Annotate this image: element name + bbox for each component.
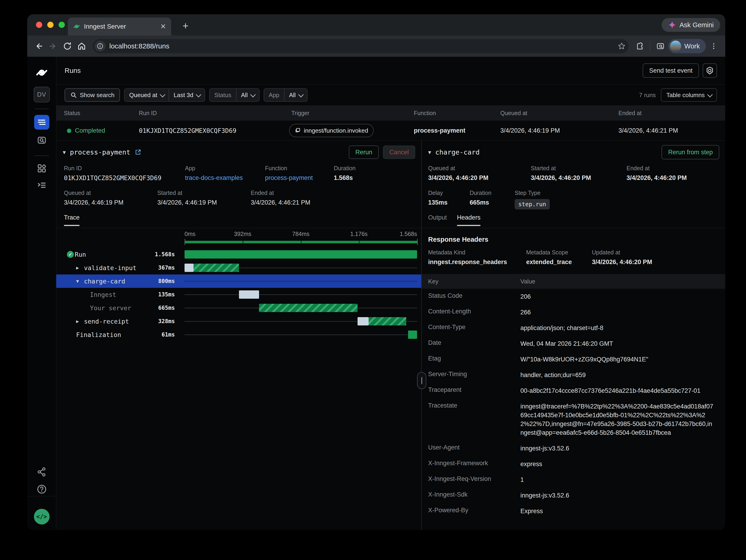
runs-trace-icon <box>37 117 47 127</box>
axis-tick: 1.176s <box>350 231 368 237</box>
extensions-icon[interactable] <box>633 40 646 53</box>
waterfall-segment-solid <box>184 250 417 259</box>
header-key: Content-Length <box>428 308 520 317</box>
col-status: Status <box>64 110 80 116</box>
cancel-button[interactable]: Cancel <box>383 146 415 159</box>
trace-row-label: Your server665ms <box>56 304 184 312</box>
time-filter[interactable]: Queued at Last 3d <box>124 88 205 102</box>
tab-output[interactable]: Output <box>428 214 447 226</box>
dev-mode-button[interactable]: </> <box>34 509 50 525</box>
forward-button[interactable] <box>47 40 59 53</box>
header-row: DateWed, 04 Mar 2026 21:46:20 GMT <box>422 336 725 352</box>
step-type-badge: step.run <box>515 199 550 209</box>
minimize-window-button[interactable] <box>47 22 54 28</box>
response-headers-title: Response Headers <box>428 236 488 243</box>
headers-table-header: Key Value <box>422 274 725 289</box>
external-link-icon[interactable] <box>135 149 141 156</box>
collapse-run-chevron[interactable]: ▾ <box>63 149 66 156</box>
sidebar-item-apps[interactable] <box>34 161 49 176</box>
success-check-icon: ✓ <box>67 251 75 258</box>
run-table-row[interactable]: Completed 01KJXD1TQCZ852GMEX0CQF3D69 inn… <box>56 121 725 141</box>
function-link[interactable]: process-payment <box>265 174 313 181</box>
send-test-event-button[interactable]: Send test event <box>643 63 699 78</box>
waterfall-segment-hatch <box>369 317 406 325</box>
app-filter[interactable]: App All <box>264 88 308 102</box>
sidebar-divider <box>35 155 49 156</box>
header-row: Traceparent00-a8bc2f17c4ccce87cc7376e524… <box>422 383 725 399</box>
rerun-from-step-button[interactable]: Rerun from step <box>662 145 719 159</box>
queued-at-field: Queued at3/4/2026, 4:46:19 PM <box>64 189 123 206</box>
trace-row-label: ▸send-receipt328ms <box>56 318 184 325</box>
trace-row-finalization[interactable]: Finalization61ms <box>56 328 421 341</box>
address-bar[interactable]: localhost:8288/runs <box>93 39 629 53</box>
table-columns-button[interactable]: Table columns <box>661 88 717 102</box>
sidebar-item-runs[interactable] <box>34 115 49 129</box>
site-info-icon[interactable] <box>94 40 106 52</box>
rerun-button[interactable]: Rerun <box>349 146 379 159</box>
chevron-right-icon[interactable]: ▸ <box>76 265 84 271</box>
browser-tab[interactable]: Inngest Server ✕ <box>68 18 171 35</box>
trigger-cell[interactable]: inngest/function.invoked <box>289 124 374 137</box>
step-name-label: Run <box>75 251 86 258</box>
header-key: Server-Timing <box>428 371 520 379</box>
bookmark-star-icon[interactable] <box>618 42 626 50</box>
trace-row-charge-card[interactable]: ▾charge-card800ms <box>56 274 421 288</box>
chevron-down-icon[interactable]: ▾ <box>76 278 84 284</box>
trace-row-send-receipt[interactable]: ▸send-receipt328ms <box>56 315 421 328</box>
show-search-button[interactable]: Show search <box>65 88 120 102</box>
home-button[interactable] <box>75 40 88 53</box>
header-value: handler, action;dur=659 <box>520 371 714 379</box>
back-button[interactable] <box>32 40 45 53</box>
timeline-axis: 0ms392ms784ms1.176s1.568s <box>184 231 417 238</box>
trace-row-validate-input[interactable]: ▸validate-input367ms <box>56 261 421 274</box>
function-cell: process-payment <box>414 127 465 134</box>
header-key: X-Inngest-Framework <box>428 460 520 468</box>
header-row: User-Agentinngest-js:v3.52.6 <box>422 441 725 456</box>
status-filter[interactable]: Status All <box>209 88 259 102</box>
timeline-minimap[interactable] <box>184 239 417 245</box>
panel-resize-handle[interactable] <box>417 372 426 389</box>
tab-trace[interactable]: Trace <box>64 214 80 226</box>
trace-row-run[interactable]: ✓Run1.568s <box>56 248 421 261</box>
help-icon[interactable] <box>36 484 47 495</box>
collapse-step-chevron[interactable]: ▾ <box>428 149 431 156</box>
step-duration-label: 1.568s <box>155 251 175 258</box>
browser-menu-icon[interactable] <box>707 40 720 53</box>
url-text[interactable]: localhost:8288/runs <box>109 42 614 50</box>
app-sidebar: DV <box>27 57 56 530</box>
tab-headers[interactable]: Headers <box>457 214 481 226</box>
header-row: Tracestateinngest@traceref=%7B%22tp%22%3… <box>422 399 725 441</box>
step-duration-label: 800ms <box>158 278 175 284</box>
reload-button[interactable] <box>61 40 74 53</box>
ask-gemini-button[interactable]: Ask Gemini <box>662 18 720 32</box>
chevron-right-icon[interactable]: ▸ <box>76 318 84 325</box>
trace-row-inngest[interactable]: Inngest135ms <box>56 288 421 301</box>
header-key: X-Inngest-Sdk <box>428 491 520 500</box>
step-detail-pane: ▾ charge-card Rerun from step Queued at3… <box>422 141 725 530</box>
status-dot <box>67 129 71 133</box>
step-duration-label: 328ms <box>158 318 175 325</box>
sidebar-item-events[interactable] <box>34 133 49 148</box>
header-value: express <box>520 460 714 468</box>
header-value: Wed, 04 Mar 2026 21:46:20 GMT <box>520 339 714 348</box>
trace-row-your-server[interactable]: Your server665ms <box>56 301 421 315</box>
tab-close-icon[interactable]: ✕ <box>160 23 166 30</box>
header-key: X-Powered-By <box>428 507 520 515</box>
new-tab-button[interactable]: + <box>179 20 192 32</box>
trace-divider <box>56 228 421 228</box>
env-badge[interactable]: DV <box>34 87 50 102</box>
chevron-down-icon <box>298 92 304 97</box>
profile-button[interactable]: Work <box>668 39 706 53</box>
chevron-down-icon <box>196 92 201 97</box>
app-link[interactable]: trace-docs-examples <box>185 174 243 181</box>
minimap-handle[interactable] <box>417 239 418 245</box>
close-window-button[interactable] <box>36 22 42 28</box>
sidebar-item-functions[interactable] <box>34 178 49 193</box>
share-feedback-icon[interactable] <box>37 467 47 477</box>
metadata-updated-field: Updated at3/4/2026, 4:46:20 PM <box>592 249 652 266</box>
header-key: Date <box>428 339 520 348</box>
settings-button[interactable] <box>702 63 717 78</box>
maximize-window-button[interactable] <box>59 22 65 28</box>
col-run-id: Run ID <box>139 110 157 116</box>
side-panel-icon[interactable] <box>654 40 667 53</box>
